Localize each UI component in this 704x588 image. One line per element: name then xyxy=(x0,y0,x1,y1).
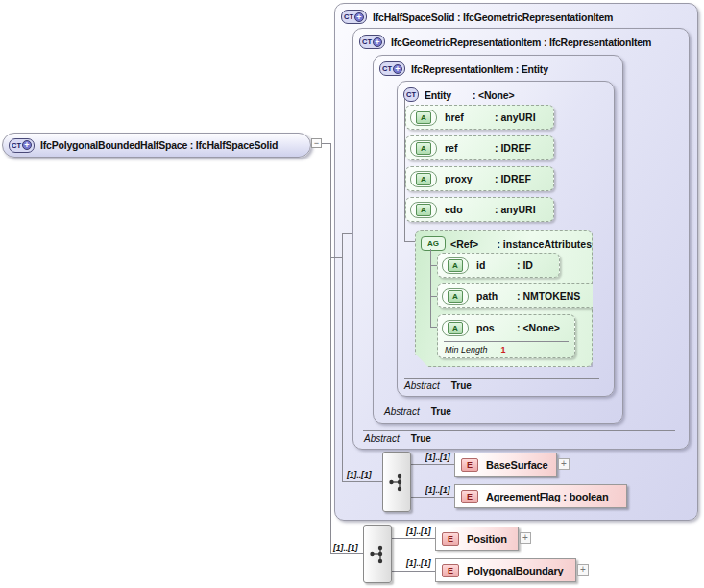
attribute-name: ref xyxy=(445,142,495,154)
attribute-id[interactable]: A id : ID xyxy=(437,253,560,278)
occurrence-label: [1]..[1] xyxy=(425,485,450,495)
attribute-icon: A xyxy=(442,257,469,274)
attribute-ref[interactable]: A ref : IDREF xyxy=(405,135,554,160)
attribute-group-ref[interactable]: AG <Ref> : instanceAttributes A id : ID xyxy=(415,230,593,367)
attribute-pos[interactable]: A pos : <None> Min Length1 xyxy=(437,314,575,358)
element-agreementflag[interactable]: E AgreementFlag : boolean xyxy=(454,484,627,508)
attribute-type: : anyURI xyxy=(495,111,536,123)
attribute-path[interactable]: A path : NMTOKENS xyxy=(437,283,614,308)
element-name: Position xyxy=(467,533,507,545)
box2-header: CT+ IfcGeometricRepresentationItem : Ifc… xyxy=(353,29,689,49)
minlength-facet: Min Length1 xyxy=(445,345,506,355)
attribute-type: : NMTOKENS xyxy=(517,290,580,302)
connector-line xyxy=(342,233,343,481)
connector-line xyxy=(322,143,330,144)
attribute-group-name: <Ref> xyxy=(450,238,492,250)
attribute-icon: A xyxy=(410,171,437,187)
element-name: PolygonalBoundary xyxy=(467,565,564,576)
box3-title: IfcRepresentationItem : Entity xyxy=(411,63,548,75)
element-icon: E xyxy=(442,564,459,577)
attribute-name: href xyxy=(445,111,495,123)
attribute-icon: A xyxy=(410,202,437,218)
complex-type-icon: CT+ xyxy=(379,61,405,76)
complex-type-icon: CT+ xyxy=(9,138,35,153)
facet-divider xyxy=(383,404,607,404)
abstract-facet: AbstractTrue xyxy=(364,433,431,444)
attribute-name: id xyxy=(476,259,517,271)
attribute-edo[interactable]: A edo : anyURI xyxy=(405,197,554,222)
expand-button-polygonalboundary[interactable]: + xyxy=(577,564,589,576)
attribute-group-icon: AG xyxy=(421,236,446,251)
attribute-type: : <None> xyxy=(517,322,560,333)
attribute-name: edo xyxy=(445,204,495,215)
root-title: IfcPolygonalBoundedHalfSpace : IfcHalfSp… xyxy=(40,139,278,151)
connector-line xyxy=(430,265,437,266)
attribute-icon: A xyxy=(442,320,469,336)
connector-line xyxy=(404,241,415,242)
attribute-icon: A xyxy=(410,140,437,157)
expand-button-position[interactable]: + xyxy=(520,532,531,544)
element-icon: E xyxy=(461,490,478,503)
collapse-button[interactable]: − xyxy=(311,138,322,148)
connector-line xyxy=(430,327,437,328)
element-polygonalboundary[interactable]: E PolygonalBoundary xyxy=(435,558,576,582)
complex-type-ifcpolygonalboundedhalfspace[interactable]: CT+ IfcPolygonalBoundedHalfSpace : IfcHa… xyxy=(2,133,311,158)
attribute-name: path xyxy=(476,290,517,302)
box2-title: IfcGeometricRepresentationItem : IfcRepr… xyxy=(391,37,651,48)
occurrence-label: [1]..[1] xyxy=(406,527,431,536)
complex-type-icon: CT+ xyxy=(341,10,367,24)
sequence-glyph xyxy=(388,470,405,495)
connector-line xyxy=(411,464,454,465)
connector-line xyxy=(330,553,363,554)
entity-type: : <None> xyxy=(473,89,514,101)
element-name: AgreementFlag : boolean xyxy=(486,491,608,502)
element-position[interactable]: E Position xyxy=(435,527,519,551)
attribute-href[interactable]: A href : anyURI xyxy=(405,105,554,130)
box3-header: CT+ IfcRepresentationItem : Entity xyxy=(374,56,622,76)
schema-diagram: CT+ IfcPolygonalBoundedHalfSpace : IfcHa… xyxy=(0,0,704,588)
connector-line xyxy=(342,481,382,482)
connector-line xyxy=(342,233,352,234)
attribute-type: : ID xyxy=(517,259,533,271)
element-name: BaseSurface xyxy=(486,459,547,471)
connector-line xyxy=(392,538,435,539)
box1-header: CT+ IfcHalfSpaceSolid : IfcGeometricRepr… xyxy=(335,4,697,24)
box1-title: IfcHalfSpaceSolid : IfcGeometricRepresen… xyxy=(373,12,613,23)
sequence-icon-outer[interactable] xyxy=(363,525,392,583)
facet-divider xyxy=(363,430,675,431)
connector-line xyxy=(411,497,454,498)
facet-divider xyxy=(444,341,569,342)
complex-type-icon: CT+ xyxy=(359,35,385,49)
connector-line xyxy=(330,143,331,554)
sequence-icon-inner[interactable] xyxy=(382,452,411,512)
attribute-icon: A xyxy=(410,110,437,126)
abstract-facet: AbstractTrue xyxy=(404,380,472,391)
complex-type-box-entity[interactable]: CT Entity : <None> A href : anyURI xyxy=(397,81,615,397)
complex-type-icon: CT xyxy=(403,87,419,102)
attribute-type: : IDREF xyxy=(495,173,531,184)
occurrence-label: [1]..[1] xyxy=(425,453,450,462)
occurrence-label: [1]..[1] xyxy=(333,543,358,552)
abstract-facet: AbstractTrue xyxy=(384,406,451,417)
complex-type-box-ifcrepresentationitem[interactable]: CT+ IfcRepresentationItem : Entity CT En… xyxy=(373,55,623,424)
element-icon: E xyxy=(442,532,459,546)
complex-type-box-ifcgeometricrepresentationitem[interactable]: CT+ IfcGeometricRepresentationItem : Ifc… xyxy=(352,28,690,450)
expand-button-basesurface[interactable]: + xyxy=(558,458,570,470)
element-icon: E xyxy=(461,458,478,472)
attribute-name: pos xyxy=(476,322,517,333)
complex-type-box-ifchalfspacesolid[interactable]: CT+ IfcHalfSpaceSolid : IfcGeometricRepr… xyxy=(334,3,698,521)
attribute-type: : IDREF xyxy=(495,142,531,154)
attribute-proxy[interactable]: A proxy : IDREF xyxy=(405,166,554,191)
sequence-glyph xyxy=(369,542,386,567)
connector-line xyxy=(392,571,435,572)
entity-name: Entity xyxy=(425,89,467,101)
connector-line xyxy=(430,249,431,327)
facet-divider xyxy=(404,378,599,379)
element-basesurface[interactable]: E BaseSurface xyxy=(454,453,557,477)
entity-header: CT Entity : <None> xyxy=(398,82,614,102)
occurrence-label: [1]..[1] xyxy=(406,558,431,568)
attribute-icon: A xyxy=(442,288,469,305)
occurrence-label: [1]..[1] xyxy=(347,470,372,479)
connector-line xyxy=(430,296,437,297)
attribute-group-header: AG <Ref> : instanceAttributes xyxy=(416,231,592,251)
